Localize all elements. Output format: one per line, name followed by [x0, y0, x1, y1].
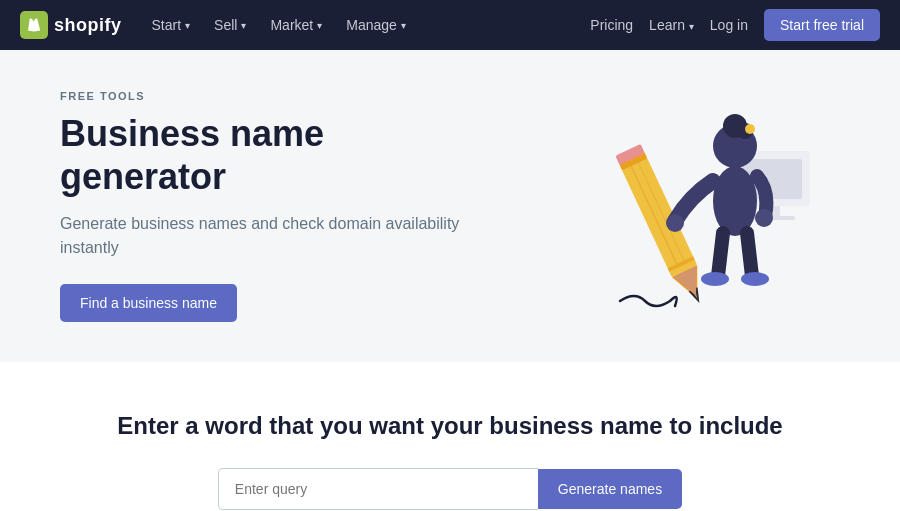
- chevron-down-icon: ▾: [185, 20, 190, 31]
- eyebrow-label: FREE TOOLS: [60, 90, 500, 102]
- nav-learn-link[interactable]: Learn ▾: [649, 17, 694, 33]
- nav-right: Pricing Learn ▾ Log in Start free trial: [590, 9, 880, 41]
- start-trial-button[interactable]: Start free trial: [764, 9, 880, 41]
- chevron-down-icon: ▾: [401, 20, 406, 31]
- nav-item-start[interactable]: Start ▾: [142, 11, 201, 39]
- hero-title: Business name generator: [60, 112, 500, 198]
- nav-item-market[interactable]: Market ▾: [260, 11, 332, 39]
- search-row: Generate names: [60, 468, 840, 510]
- nav-pricing-link[interactable]: Pricing: [590, 17, 633, 33]
- search-input[interactable]: [218, 468, 538, 510]
- search-section-title: Enter a word that you want your business…: [60, 412, 840, 440]
- nav-left: shopify Start ▾ Sell ▾ Market ▾ Manage ▾: [20, 11, 416, 39]
- nav-item-manage[interactable]: Manage ▾: [336, 11, 416, 39]
- shopify-bag-icon: [20, 11, 48, 39]
- find-business-name-button[interactable]: Find a business name: [60, 284, 237, 322]
- svg-point-20: [701, 272, 729, 286]
- brand-name: shopify: [54, 15, 122, 36]
- generate-names-button[interactable]: Generate names: [538, 469, 682, 509]
- hero-section: FREE TOOLS Business name generator Gener…: [0, 50, 900, 362]
- shopify-logo[interactable]: shopify: [20, 11, 122, 39]
- nav-login-link[interactable]: Log in: [710, 17, 748, 33]
- navbar: shopify Start ▾ Sell ▾ Market ▾ Manage ▾…: [0, 0, 900, 50]
- chevron-down-icon: ▾: [689, 21, 694, 32]
- hero-illustration: [560, 91, 840, 321]
- hero-subtitle: Generate business names and check domain…: [60, 212, 500, 260]
- svg-point-19: [755, 209, 773, 227]
- nav-menu: Start ▾ Sell ▾ Market ▾ Manage ▾: [142, 11, 416, 39]
- chevron-down-icon: ▾: [241, 20, 246, 31]
- search-section: Enter a word that you want your business…: [0, 362, 900, 511]
- hero-content: FREE TOOLS Business name generator Gener…: [60, 90, 500, 322]
- svg-point-16: [745, 124, 755, 134]
- nav-item-sell[interactable]: Sell ▾: [204, 11, 256, 39]
- svg-point-21: [741, 272, 769, 286]
- svg-point-18: [666, 214, 684, 232]
- chevron-down-icon: ▾: [317, 20, 322, 31]
